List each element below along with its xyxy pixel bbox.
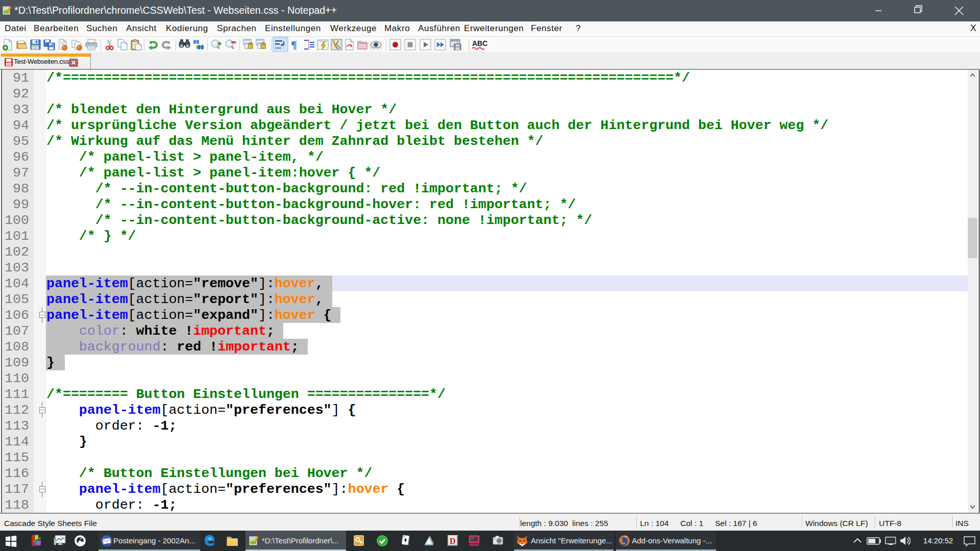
svg-text:D: D [450,537,456,545]
svg-text:ABC: ABC [472,39,487,47]
svg-text:¶: ¶ [291,38,297,51]
